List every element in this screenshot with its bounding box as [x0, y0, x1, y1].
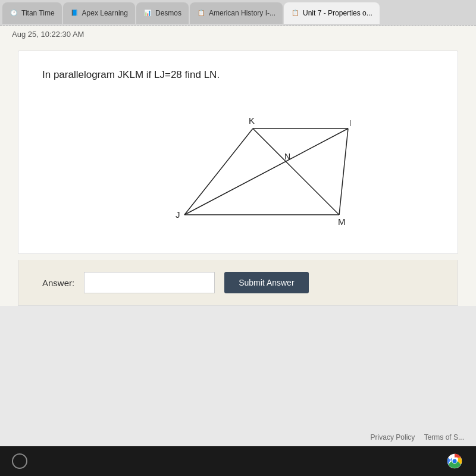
vertex-n-label: N [284, 152, 290, 161]
question-text: In parallelogram JKLM if LJ=28 find LN. [42, 69, 434, 81]
svg-line-0 [184, 129, 253, 215]
tab-apex-label: Apex Learning [82, 9, 128, 17]
svg-point-9 [453, 459, 457, 464]
terms-link[interactable]: Terms of S... [424, 433, 464, 441]
apex-favicon: 📘 [70, 9, 79, 17]
chrome-icon[interactable] [445, 452, 464, 471]
tab-titan-time[interactable]: 🕐 Titan Time [2, 2, 62, 24]
taskbar-circle[interactable] [12, 453, 27, 469]
titan-favicon: 🕐 [10, 9, 18, 17]
vertex-l-label: L [350, 118, 351, 128]
privacy-policy-link[interactable]: Privacy Policy [371, 433, 415, 441]
unit7-favicon: 📋 [291, 9, 299, 17]
tab-amhistory-label: American History I-... [209, 9, 275, 17]
tab-apex-learning[interactable]: 📘 Apex Learning [63, 2, 135, 24]
browser-content: Aug 25, 10:22:30 AM In parallelogram JKL… [0, 26, 476, 446]
tab-unit7-label: Unit 7 - Properties o... [303, 9, 372, 17]
question-container: In parallelogram JKLM if LJ=28 find LN. [18, 51, 458, 254]
vertex-k-label: K [249, 115, 255, 126]
answer-input[interactable] [84, 272, 215, 293]
submit-button[interactable]: Submit Answer [224, 272, 308, 293]
tab-unit7[interactable]: 📋 Unit 7 - Properties o... [284, 2, 380, 24]
amhistory-favicon: 📋 [197, 9, 205, 17]
diagram-area: K L J M N [42, 93, 434, 242]
tab-desmos-label: Desmos [155, 9, 181, 17]
vertex-m-label: M [338, 217, 346, 227]
page-header-info: Aug 25, 10:22:30 AM [0, 26, 476, 45]
answer-section: Answer: Submit Answer [18, 260, 458, 306]
svg-line-2 [339, 129, 348, 215]
tab-american-history[interactable]: 📋 American History I-... [190, 2, 283, 24]
tab-bar: 🕐 Titan Time 📘 Apex Learning 📊 Desmos 📋 … [0, 0, 476, 26]
footer-links: Privacy Policy Terms of S... [0, 433, 476, 441]
submit-label: Submit Answer [239, 278, 294, 287]
tab-titan-label: Titan Time [21, 9, 55, 17]
tab-desmos[interactable]: 📊 Desmos [136, 2, 189, 24]
answer-label: Answer: [42, 278, 74, 288]
parallelogram-diagram: K L J M N [125, 99, 351, 230]
header-timestamp: Aug 25, 10:22:30 AM [12, 30, 84, 39]
taskbar [0, 446, 476, 476]
vertex-j-label: J [176, 209, 180, 220]
browser-footer: Privacy Policy Terms of S... [0, 306, 476, 446]
desmos-favicon: 📊 [143, 9, 152, 17]
